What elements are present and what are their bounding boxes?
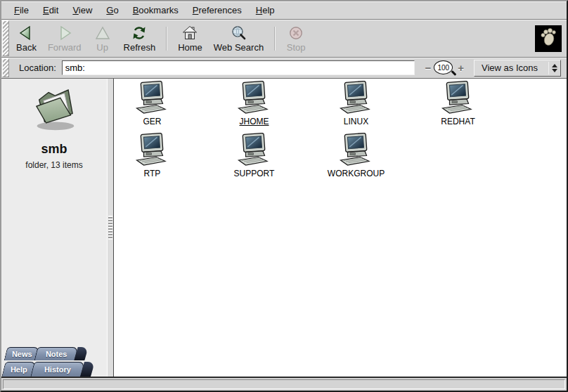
toolbar-grip[interactable] [2,20,9,56]
web-search-label: Web Search [214,42,264,53]
status-bar [1,377,567,391]
spinner-arrows-icon [552,64,557,72]
sidebar-folder-subtitle: folder, 13 items [25,160,82,170]
zoom-control: − 100 + [422,60,467,75]
computer-icon [338,133,375,169]
toolbar: Back Forward Up Refresh [1,20,567,58]
forward-button[interactable]: Forward [43,22,86,54]
location-bar: Location: − 100 + View as Icons [1,58,567,79]
menubar: File Edit View Go Bookmarks Preferences … [1,1,567,20]
stop-icon [288,25,304,41]
sidebar-tabrow-1: News Notes [1,346,107,360]
toolbar-separator [274,27,276,51]
view-mode-value: View as Icons [482,63,547,73]
forward-label: Forward [48,42,82,53]
network-host-linux[interactable]: LINUX [305,81,407,133]
stop-button[interactable]: Stop [281,22,311,54]
splitter-grip-icon [108,216,112,240]
menu-preferences[interactable]: Preferences [186,3,249,18]
home-icon [181,25,198,41]
back-label: Back [16,42,37,53]
refresh-label: Refresh [124,42,156,53]
network-host-label: WORKGROUP [328,169,385,178]
network-host-label: RTP [144,169,161,178]
refresh-button[interactable]: Refresh [119,22,161,54]
sidebar-info-panel: smb folder, 13 items [1,79,107,170]
computer-icon [236,81,273,117]
plus-icon[interactable]: + [455,63,467,73]
computer-icon [338,81,375,117]
up-arrow-icon [94,25,111,41]
status-text [3,379,565,389]
up-button[interactable]: Up [88,22,117,54]
menu-view[interactable]: View [65,3,99,18]
zoom-level-value: 100 [437,64,449,72]
computer-icon [236,133,273,169]
minus-icon[interactable]: − [422,63,434,73]
menu-bookmarks[interactable]: Bookmarks [126,3,186,18]
network-host-ger[interactable]: GER [114,81,203,133]
nautilus-window: File Edit View Go Bookmarks Preferences … [0,0,568,392]
zoom-level-indicator[interactable]: 100 [434,60,455,75]
network-host-support[interactable]: SUPPORT [203,133,305,185]
computer-icon [134,133,171,169]
network-host-label: SUPPORT [234,169,275,178]
menu-go[interactable]: Go [99,3,125,18]
content-area: smb folder, 13 items News Notes Help His… [1,79,567,377]
home-button[interactable]: Home [173,22,207,54]
stop-label: Stop [287,42,306,53]
up-label: Up [96,42,108,53]
computer-icon [440,81,477,117]
back-button[interactable]: Back [11,22,41,54]
menu-file[interactable]: File [7,3,36,18]
back-arrow-icon [18,25,34,41]
sidebar-tab-history[interactable]: History [30,362,84,377]
computer-icon [134,81,171,117]
sidebar-splitter[interactable] [107,79,114,377]
sidebar-folder-title: smb [41,142,67,157]
locationbar-grip[interactable] [2,58,9,77]
home-label: Home [178,42,202,53]
network-host-workgroup[interactable]: WORKGROUP [305,133,407,185]
web-search-button[interactable]: Web Search [209,22,269,54]
toolbar-separator [166,27,167,51]
forward-arrow-icon [56,25,73,41]
network-host-label: JHOME [240,117,269,126]
icon-grid: GER JHOME [114,79,551,185]
network-host-label: REDHAT [441,117,475,126]
open-folder-icon [27,86,82,136]
file-view: GER JHOME [114,79,567,377]
network-host-rtp[interactable]: RTP [114,133,203,185]
sidebar: smb folder, 13 items News Notes Help His… [1,79,107,377]
sidebar-tab-notes[interactable]: Notes [34,347,79,360]
menu-edit[interactable]: Edit [36,3,65,18]
select-divider [548,62,549,74]
refresh-icon [131,25,148,41]
web-search-icon [230,25,247,41]
network-host-jhome[interactable]: JHOME [203,81,305,133]
menu-help[interactable]: Help [249,3,282,18]
throbber [535,25,562,52]
network-host-redhat[interactable]: REDHAT [407,81,509,133]
network-host-label: LINUX [344,117,368,126]
view-mode-select[interactable]: View as Icons [474,60,561,77]
location-input[interactable] [62,60,415,75]
location-label: Location: [19,63,56,73]
sidebar-tabrow-2: Help History [1,360,107,377]
gnome-foot-icon [538,27,559,51]
network-host-label: GER [143,117,161,126]
